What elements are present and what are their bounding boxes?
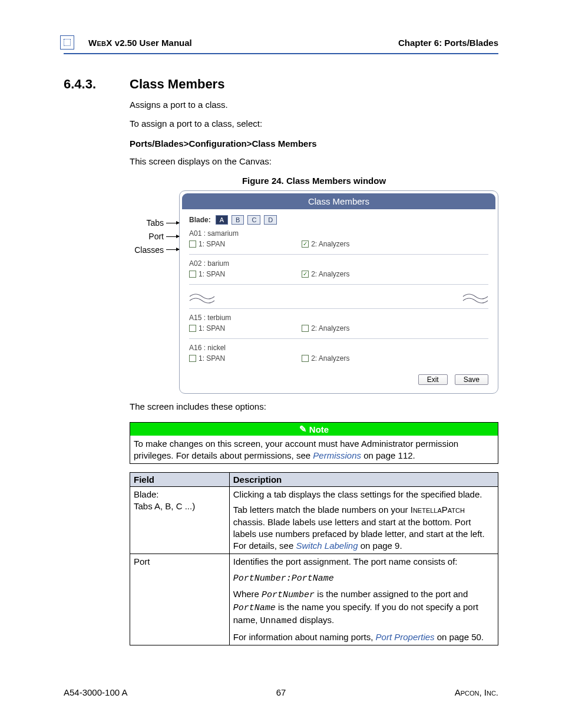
checkbox[interactable]	[189, 355, 196, 362]
note-icon: ✎	[299, 424, 307, 434]
tab-a[interactable]: A	[216, 215, 228, 225]
chip-icon	[60, 35, 74, 50]
note-header: ✎ Note	[130, 423, 498, 436]
figure-caption: Figure 24. Class Members window	[130, 176, 498, 186]
blade-tabs-row: Blade: A B C D	[189, 215, 488, 225]
callout-tabs: Tabs	[130, 218, 179, 229]
code-sample: PortNumber:PortName	[233, 574, 334, 584]
port-name: A16 : nickel	[189, 344, 488, 352]
figure-wrapper: Tabs Port Classes Class Members Blade: A…	[130, 190, 498, 394]
class-label: 1: SPAN	[199, 324, 225, 332]
note-heading-text: Note	[309, 424, 329, 434]
th-field: Field	[130, 473, 230, 487]
arrow-icon	[166, 236, 179, 237]
para-to-assign: To assign a port to a class, select:	[130, 118, 498, 130]
callout-classes: Classes	[130, 245, 179, 256]
port-name: A02 : barium	[189, 259, 488, 268]
breadcrumb-path: Ports/Blades>Configuration>Class Members	[130, 139, 498, 149]
checkbox[interactable]	[302, 355, 309, 362]
arrow-icon	[166, 249, 179, 250]
page-header: WebX v2.50 User Manual Chapter 6: Ports/…	[64, 35, 498, 52]
class-label: 1: SPAN	[199, 240, 225, 248]
tab-b[interactable]: B	[232, 215, 244, 225]
class-label: 2: Analyzers	[311, 354, 349, 363]
header-version: v2.50 User Manual	[113, 38, 192, 48]
port-block: A15 : terbium 1: SPAN 2: Analyzers	[189, 314, 488, 339]
th-description: Description	[229, 473, 498, 487]
footer-page-number: 67	[64, 687, 498, 697]
arrow-icon	[166, 223, 179, 223]
blade-label: Blade:	[189, 216, 211, 224]
header-product: WebX	[88, 38, 113, 48]
desc-text: Tab letters match the blade numbers on y…	[233, 504, 494, 552]
class-label: 2: Analyzers	[311, 270, 349, 278]
field-name-line2: Tabs A, B, C ...)	[134, 500, 226, 512]
table-row: Port Identifies the port assignment. The…	[130, 554, 498, 645]
wavy-icon	[189, 292, 215, 305]
save-button[interactable]: Save	[455, 374, 488, 385]
page-footer: A54-3000-100 A 67 Apcon, Inc.	[64, 687, 498, 697]
header-title: WebX v2.50 User Manual	[88, 38, 192, 48]
tab-d[interactable]: D	[264, 215, 277, 225]
checkbox[interactable]	[189, 325, 196, 332]
checkbox[interactable]	[189, 271, 196, 278]
desc-text: Where PortNumber is the number assigned …	[233, 588, 494, 628]
options-intro: The screen includes these options:	[130, 401, 498, 413]
permissions-link[interactable]: Permissions	[313, 450, 361, 460]
section-heading: 6.4.3. Class Members	[64, 77, 498, 92]
class-members-window: Class Members Blade: A B C D A01 : samar…	[179, 190, 498, 394]
checkbox[interactable]	[189, 241, 196, 248]
header-chapter: Chapter 6: Ports/Blades	[398, 38, 498, 48]
port-properties-link[interactable]: Port Properties	[376, 632, 435, 642]
class-label: 2: Analyzers	[311, 324, 349, 332]
field-name: Blade:	[134, 489, 226, 500]
note-body: To make changes on this screen, your acc…	[130, 436, 498, 463]
port-block: A16 : nickel 1: SPAN 2: Analyzers	[189, 344, 488, 368]
switch-labeling-link[interactable]: Switch Labeling	[296, 541, 358, 551]
desc-text: Identifies the port assignment. The port…	[233, 556, 494, 568]
exit-button[interactable]: Exit	[418, 374, 448, 385]
field-name: Port	[134, 556, 226, 568]
class-label: 2: Analyzers	[311, 240, 349, 248]
fields-table: Field Description Blade: Tabs A, B, C ..…	[130, 472, 498, 645]
para-canvas: This screen displays on the Canvas:	[130, 156, 498, 167]
window-title: Class Members	[182, 193, 495, 209]
checkbox[interactable]: ✓	[302, 271, 309, 278]
tab-c[interactable]: C	[247, 215, 260, 225]
callout-port: Port	[130, 231, 179, 242]
para-assigns: Assigns a port to a class.	[130, 99, 498, 111]
port-block: A02 : barium 1: SPAN ✓2: Analyzers	[189, 259, 488, 285]
desc-text: Clicking a tab displays the class settin…	[233, 489, 494, 500]
class-label: 1: SPAN	[199, 354, 225, 363]
checkbox[interactable]	[302, 325, 309, 332]
wavy-icon	[462, 292, 488, 305]
section-title: Class Members	[130, 77, 224, 92]
port-block: A01 : samarium 1: SPAN ✓2: Analyzers	[189, 229, 488, 255]
class-label: 1: SPAN	[199, 270, 225, 278]
header-rule	[64, 53, 498, 54]
content-break	[189, 288, 488, 309]
note-box: ✎ Note To make changes on this screen, y…	[130, 422, 498, 464]
table-row: Blade: Tabs A, B, C ...) Clicking a tab …	[130, 487, 498, 554]
section-number: 6.4.3.	[64, 77, 130, 92]
checkbox[interactable]: ✓	[302, 241, 309, 248]
callout-column: Tabs Port Classes	[130, 190, 179, 394]
port-name: A15 : terbium	[189, 314, 488, 322]
port-name: A01 : samarium	[189, 229, 488, 238]
desc-text: For information about naming ports, Port…	[233, 631, 494, 643]
